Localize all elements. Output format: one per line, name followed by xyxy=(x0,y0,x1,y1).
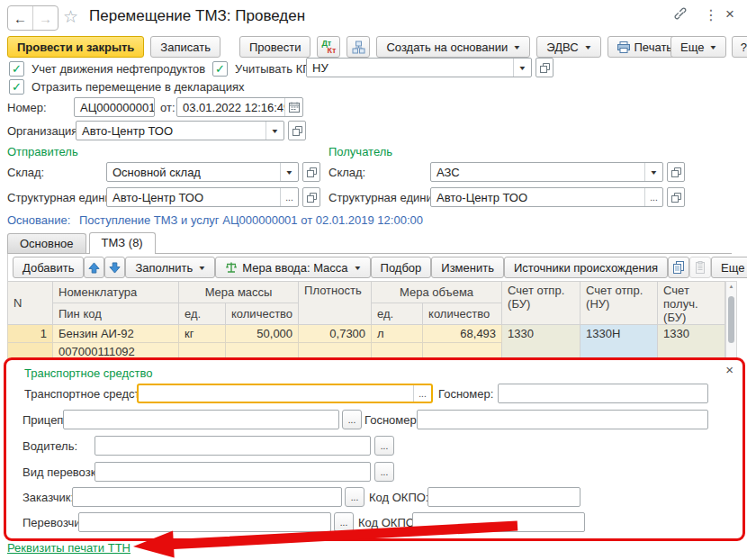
okpo2-field[interactable] xyxy=(412,512,585,532)
sender-warehouse-open-button[interactable] xyxy=(302,162,320,182)
input-measure-button[interactable]: Мера ввода: Масса▼ xyxy=(215,257,370,278)
transport-panel annotation-rectangle: × Транспортное средство Транспортное сре… xyxy=(4,357,745,541)
oil-products-checkbox[interactable]: ✓ xyxy=(9,61,24,77)
fill-button[interactable]: Заполнить▼ xyxy=(125,257,215,278)
post-button[interactable]: Провести xyxy=(239,36,311,58)
cell-vol-qty[interactable]: 68,493 xyxy=(423,325,502,343)
forward-button[interactable]: → xyxy=(33,6,58,30)
scroll-up-icon[interactable]: ▲ xyxy=(726,284,736,289)
receiver-warehouse-combo[interactable]: АЗС ▼ xyxy=(430,162,663,182)
basis-link[interactable]: Поступление ТМЗ и услуг АЦ000000001 от 0… xyxy=(79,213,423,227)
cell-mass-unit[interactable]: кг xyxy=(179,325,226,343)
organization-open-button[interactable] xyxy=(288,121,306,140)
scrollbar-thumb[interactable] xyxy=(728,296,734,343)
more-menu-icon[interactable]: ⋮ xyxy=(704,6,718,23)
add-row-button[interactable]: Добавить xyxy=(13,257,84,278)
ellipsis-icon: ... xyxy=(381,441,388,451)
favorite-star-icon[interactable]: ☆ xyxy=(63,6,78,27)
create-on-basis-label: Создать на основании xyxy=(386,41,508,54)
receiver-warehouse-open-button[interactable] xyxy=(667,162,685,182)
kpn-open-button[interactable] xyxy=(536,58,554,77)
change-button[interactable]: Изменить xyxy=(431,257,504,278)
fill-label: Заполнить xyxy=(135,261,193,275)
vehicle-field[interactable]: ... xyxy=(137,384,433,403)
cell-density[interactable]: 0,7300 xyxy=(299,325,372,343)
move-down-button[interactable] xyxy=(104,257,125,278)
ellipsis-icon: ... xyxy=(348,415,356,425)
back-button[interactable]: ← xyxy=(8,6,33,30)
col-nomenclature: Номенклатура xyxy=(53,282,179,303)
tab-main[interactable]: Основное xyxy=(7,233,86,253)
ellipsis-icon[interactable]: ... xyxy=(645,193,662,203)
declarations-checkbox[interactable]: ✓ xyxy=(9,79,24,95)
vertical-scrollbar[interactable]: ▲ xyxy=(725,281,737,361)
trailer-ellipsis-button[interactable]: ... xyxy=(342,410,362,429)
kpn-checkbox[interactable]: ✓ xyxy=(212,61,228,77)
sender-unit-open-button[interactable] xyxy=(302,187,320,207)
okpo1-label: Код ОКПО: xyxy=(369,491,428,504)
kpn-value-combo[interactable]: НУ ▼ xyxy=(306,58,532,77)
transport-type-field[interactable] xyxy=(94,462,371,482)
cell-vol-unit[interactable]: л xyxy=(372,325,423,343)
create-on-basis-button[interactable]: Создать на основании▼ xyxy=(376,36,530,58)
move-up-button[interactable] xyxy=(84,257,104,278)
dropdown-icon[interactable]: ▼ xyxy=(514,65,531,71)
origin-sources-button[interactable]: Источники происхождения xyxy=(504,257,668,278)
dtkt-icon: ДтКт xyxy=(321,40,336,55)
organization-combo[interactable]: Авто-Центр ТОО ▼ xyxy=(76,121,284,140)
sender-warehouse-combo[interactable]: Основной склад ▼ xyxy=(106,162,299,182)
panel-close-icon[interactable]: × xyxy=(725,362,734,377)
receiver-unit-open-button[interactable] xyxy=(667,187,685,207)
carrier-ellipsis-button[interactable]: ... xyxy=(334,512,354,532)
document-structure-button[interactable] xyxy=(346,36,370,58)
customer-field[interactable] xyxy=(72,487,342,507)
dtkt-postings-button[interactable]: ДтКт xyxy=(317,36,340,58)
col-mass-unit: ед. xyxy=(179,303,226,325)
okpo1-field[interactable] xyxy=(428,487,580,507)
ellipsis-icon[interactable]: ... xyxy=(414,389,431,399)
driver-field[interactable] xyxy=(94,436,371,456)
gosnum1-field[interactable] xyxy=(498,384,708,403)
dropdown-icon[interactable]: ▼ xyxy=(645,169,662,176)
cell-acc-send-bu[interactable]: 1330 xyxy=(502,325,580,361)
carrier-field[interactable] xyxy=(78,512,331,532)
ttn-print-details-link[interactable]: Реквизиты печати ТТН xyxy=(7,541,130,555)
cell-mass-qty[interactable]: 50,000 xyxy=(226,325,299,343)
edvs-button[interactable]: ЭДВС▼ xyxy=(536,36,600,58)
grid-more-button[interactable]: Еще▼ xyxy=(711,257,747,278)
table-row[interactable]: 1 Бензин АИ-92 кг 50,000 0,7300 л 68,493… xyxy=(8,325,725,343)
copy-row-button[interactable] xyxy=(668,257,689,278)
help-button[interactable]: ? xyxy=(732,36,747,58)
cell-name[interactable]: Бензин АИ-92 xyxy=(53,325,179,343)
paste-icon xyxy=(694,261,706,274)
cell-acc-send-nu[interactable]: 1330Н xyxy=(580,325,658,361)
transport-type-ellipsis-button[interactable]: ... xyxy=(374,462,394,482)
cell-n[interactable]: 1 xyxy=(8,325,53,343)
cell-acc-recv-bu[interactable]: 1330 xyxy=(658,325,725,361)
get-link-icon[interactable] xyxy=(674,7,688,24)
write-button[interactable]: Записать xyxy=(150,36,220,58)
tab-tmz[interactable]: ТМЗ (8) xyxy=(89,232,156,254)
dropdown-icon[interactable]: ▼ xyxy=(281,169,298,176)
date-field[interactable]: 03.01.2022 12:16:49 xyxy=(176,97,303,117)
trailer-field[interactable] xyxy=(63,410,339,429)
calendar-icon[interactable] xyxy=(285,102,302,113)
number-field[interactable]: АЦ000000001 xyxy=(74,97,155,117)
col-vol-unit: ед. xyxy=(372,303,423,325)
close-window-icon[interactable]: × xyxy=(725,5,734,23)
paste-row-button[interactable] xyxy=(689,257,711,278)
date-label: от: xyxy=(160,101,176,114)
more-button[interactable]: Еще▼ xyxy=(670,36,726,58)
customer-ellipsis-button[interactable]: ... xyxy=(345,487,364,507)
dropdown-icon[interactable]: ▼ xyxy=(266,128,284,134)
sender-unit-field[interactable]: Авто-Центр ТОО ... xyxy=(106,187,299,207)
col-acc-recv-bu: Счет получ. (БУ) xyxy=(658,282,725,325)
receiver-unit-field[interactable]: Авто-Центр ТОО ... xyxy=(430,187,663,207)
ellipsis-icon[interactable]: ... xyxy=(281,193,298,203)
driver-ellipsis-button[interactable]: ... xyxy=(374,436,394,456)
items-grid[interactable]: N Номенклатура Мера массы Плотность Мера… xyxy=(7,281,725,361)
check-icon: ✓ xyxy=(12,63,22,75)
pick-button[interactable]: Подбор xyxy=(371,257,432,278)
post-and-close-button[interactable]: Провести и закрыть xyxy=(7,36,144,58)
gosnum2-field[interactable] xyxy=(417,410,708,429)
